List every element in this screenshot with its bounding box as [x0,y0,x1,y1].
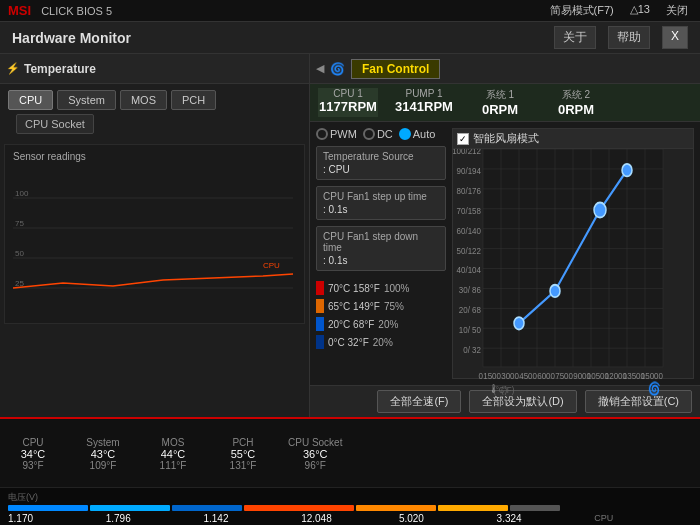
bottom-cpusocket-f: 96°F [305,460,326,471]
dc-radio-circle [363,128,375,140]
close-window-btn[interactable]: X [662,26,688,49]
auto-radio[interactable]: Auto [399,128,436,140]
svg-text:50: 50 [15,249,24,258]
vbar-cpu-sa [172,505,242,511]
bottom-system-f: 109°F [90,460,117,471]
cpu-socket-btn[interactable]: CPU Socket [16,114,94,134]
tab-system[interactable]: System [57,90,116,110]
bottom-temps-row: CPU 34°C 93°F System 43°C 109°F MOS 44°C… [0,419,700,487]
tab-pch[interactable]: PCH [171,90,216,110]
step-down-value: : 0.1s [323,255,439,266]
threshold-pct-0: 20% [373,337,393,348]
tab-cpu[interactable]: CPU [8,90,53,110]
fan-speeds: CPU 1 1177RPM PUMP 1 3141RPM 系统 1 0RPM 系… [310,84,700,122]
threshold-temp-0: 0°C 32°F [328,337,369,348]
help-btn[interactable]: 帮助 [608,26,650,49]
vcpu-aux-val: 1.796 [106,513,131,524]
title-bar: Hardware Monitor 关于 帮助 X [0,22,700,54]
bottom-mos-label: MOS [162,437,185,448]
svg-text:10/ 50: 10/ 50 [459,324,481,335]
threshold-pct-20: 20% [378,319,398,330]
svg-text:🌀: 🌀 [648,381,661,396]
threshold-bar-20 [316,317,324,331]
voltage-cpu-aux: 1.796 CPU AUX [106,513,204,525]
temp-thresholds: 70°C 158°F 100% 65°C 149°F 75% 20°C 68°F… [316,277,446,349]
voltage-section: 电压(V) 1.170 CPU核心 1.796 CPU AUX 1.142 CP… [0,487,700,525]
about-btn[interactable]: 关于 [554,26,596,49]
voltage-sys5v: 5.020 系统 5V [399,513,497,525]
fan-speed-sys1: 系统 1 0RPM [470,88,530,117]
svg-text:1500: 1500 [483,371,501,382]
temperature-icon: ⚡ [6,62,20,75]
bottom-cpu-temp: CPU 34°C 93°F [8,437,58,471]
bottom-pch-label: PCH [232,437,253,448]
step-up-value: : 0.1s [323,204,439,215]
vcpu-core-val: 1.170 [8,513,33,524]
fan-speed-pump1-label: PUMP 1 [405,88,442,99]
chart-checkbox[interactable]: ✓ [457,133,469,145]
notification-icon[interactable]: △13 [626,3,654,18]
voltage-sys12v: 12.048 系统 12V [301,513,399,525]
close-top-btn[interactable]: 关闭 [662,3,692,18]
full-speed-btn[interactable]: 全部全速(F) [377,390,461,413]
temperature-tab-label: Temperature [24,62,96,76]
threshold-pct-70: 100% [384,283,410,294]
voltage-cpu-sa: 1.142 CPU SA [203,513,301,525]
svg-text:20/ 68: 20/ 68 [459,305,481,316]
step-up-box: CPU Fan1 step up time : 0.1s [316,186,446,220]
bottom-mos-temp: MOS 44°C 111°F [148,437,198,471]
fan-speed-sys1-value: 0RPM [482,102,518,117]
bottom-cpu-c: 34°C [21,448,46,460]
svg-text:7500: 7500 [555,371,573,382]
step-down-label: CPU Fan1 step down time [323,231,439,253]
right-panel: ◀ 🌀 Fan Control CPU 1 1177RPM PUMP 1 314… [310,54,700,417]
pwm-radio[interactable]: PWM [316,128,357,140]
tab-mos[interactable]: MOS [120,90,167,110]
temp-source-box: Temperature Source : CPU [316,146,446,180]
vsys5v-val: 5.020 [399,513,424,524]
top-bar-right: 简易模式(F7) △13 关闭 [546,3,692,18]
step-up-label: CPU Fan1 step up time [323,191,439,202]
fan-left-controls: PWM DC Auto Temperature Source : CPU [316,128,446,379]
auto-radio-circle [399,128,411,140]
vbar-sys33v [438,505,508,511]
dc-radio[interactable]: DC [363,128,393,140]
svg-point-56 [550,285,560,297]
bottom-pch-c: 55°C [231,448,256,460]
voltage-bars [8,505,692,511]
bottom-system-temp: System 43°C 109°F [78,437,128,471]
fan-speed-sys2: 系统 2 0RPM [546,88,606,117]
mode-radio-group: PWM DC Auto [316,128,446,140]
bottom-mos-c: 44°C [161,448,186,460]
simple-mode-btn[interactable]: 简易模式(F7) [546,3,618,18]
threshold-bar-65 [316,299,324,313]
chart-title: 智能风扇模式 [473,131,539,146]
svg-text:100/212: 100/212 [453,149,481,156]
left-panel: ⚡ Temperature CPU System MOS PCH CPU Soc… [0,54,310,417]
auto-label: Auto [413,128,436,140]
bottom-system-c: 43°C [91,448,116,460]
threshold-0: 0°C 32°F 20% [316,335,446,349]
dc-label: DC [377,128,393,140]
vbar-cpu-aux [90,505,170,511]
pwm-label: PWM [330,128,357,140]
vsys33v-val: 3.324 [497,513,522,524]
vbar-sys12v [244,505,354,511]
fan-control-tab[interactable]: Fan Control [351,59,440,79]
svg-text:50/122: 50/122 [457,245,481,256]
bottom-system-label: System [86,437,119,448]
fan-chart-svg: 100/212 90/194 80/176 70/158 60/140 50/1… [453,149,693,398]
top-bar-title: CLICK BIOS 5 [41,5,545,17]
threshold-bar-70 [316,281,324,295]
bottom-mos-f: 111°F [160,460,187,471]
top-bar: MSI CLICK BIOS 5 简易模式(F7) △13 关闭 [0,0,700,22]
threshold-temp-65: 65°C 149°F [328,301,380,312]
chart-header: ✓ 智能风扇模式 [453,129,693,149]
bottom-cpusocket-temp: CPU Socket 36°C 96°F [288,437,342,471]
vcpu-name: CPU [594,513,613,523]
bottom-pch-f: 131°F [230,460,257,471]
fan-tab-bar: ◀ 🌀 Fan Control [310,54,700,84]
threshold-temp-20: 20°C 68°F [328,319,374,330]
vbar-cpu [510,505,560,511]
svg-point-55 [514,317,524,329]
